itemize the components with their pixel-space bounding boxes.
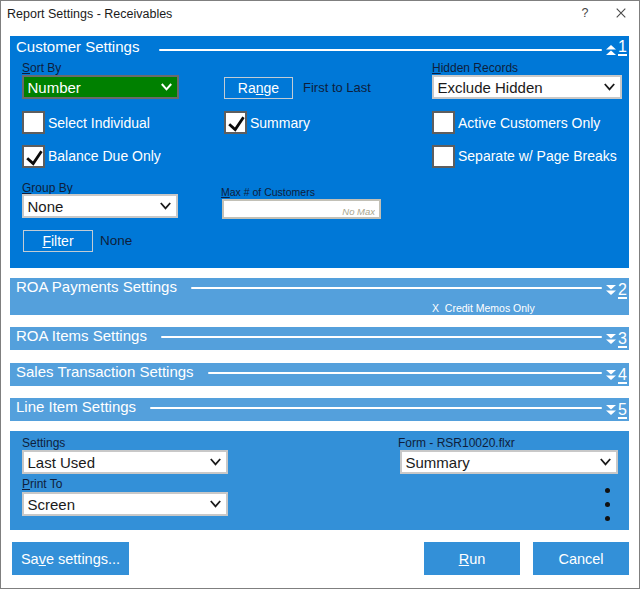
- hidden-records-value: Exclude Hidden: [434, 79, 604, 96]
- roa-payments-title: ROA Payments Settings: [16, 278, 177, 295]
- checkbox-box: [22, 111, 45, 134]
- roa-items-title: ROA Items Settings: [16, 327, 147, 344]
- window-title: Report Settings - Receivables: [7, 7, 172, 21]
- group-by-label: Group By: [22, 181, 73, 195]
- separate-page-breaks-checkbox[interactable]: Separate w/ Page Breaks: [432, 145, 617, 168]
- customer-settings-panel: Customer Settings 1 Sort By Number Range…: [10, 36, 629, 268]
- help-icon: ?: [582, 6, 589, 20]
- roa-items-section: ROA Items Settings 3: [10, 327, 629, 350]
- range-button[interactable]: Range: [224, 77, 293, 99]
- chevron-down-icon: [160, 202, 171, 210]
- customer-settings-header: Customer Settings 1: [10, 36, 629, 59]
- checkbox-label: Summary: [250, 115, 310, 131]
- settings-value: Last Used: [24, 454, 210, 471]
- section-number[interactable]: 1: [618, 40, 627, 56]
- check-icon: [224, 111, 247, 134]
- group-by-value: None: [24, 198, 160, 215]
- expand-icon[interactable]: [606, 334, 616, 344]
- cancel-label: Cancel: [558, 551, 603, 567]
- close-icon: [616, 8, 626, 18]
- form-value: Summary: [402, 454, 600, 471]
- filter-button[interactable]: Filter: [23, 230, 93, 252]
- line-item-title: Line Item Settings: [16, 398, 136, 415]
- title-bar: Report Settings - Receivables ?: [0, 0, 640, 32]
- checkbox-label: Balance Due Only: [48, 148, 161, 164]
- expand-icon[interactable]: [606, 285, 616, 295]
- save-settings-button[interactable]: Save settings...: [12, 542, 129, 575]
- help-button[interactable]: ?: [569, 0, 601, 26]
- filter-value: None: [100, 230, 132, 252]
- header-rule: [191, 287, 602, 289]
- line-item-section: Line Item Settings 5: [10, 398, 629, 421]
- select-individual-checkbox[interactable]: Select Individual: [22, 111, 150, 134]
- checkbox-box: [224, 111, 247, 134]
- print-to-label: Print To: [22, 477, 62, 491]
- max-customers-input[interactable]: [224, 204, 379, 220]
- line-item-header: Line Item Settings 5: [10, 398, 629, 421]
- run-button[interactable]: Run: [424, 542, 520, 575]
- ellipsis-dot: [605, 502, 610, 507]
- cancel-button[interactable]: Cancel: [533, 542, 629, 575]
- customer-settings-title: Customer Settings: [16, 38, 139, 55]
- summary-checkbox[interactable]: Summary: [224, 111, 310, 134]
- expand-icon[interactable]: [606, 370, 616, 380]
- header-rule: [161, 336, 602, 338]
- section-number[interactable]: 2: [618, 283, 627, 299]
- group-by-dropdown[interactable]: None: [22, 194, 178, 218]
- settings-dropdown[interactable]: Last Used: [22, 450, 228, 474]
- balance-due-only-checkbox[interactable]: Balance Due Only: [22, 145, 161, 168]
- checkbox-box: [432, 111, 455, 134]
- range-value: First to Last: [303, 77, 371, 99]
- max-customers-label: Max # of Customers: [221, 186, 315, 198]
- checkbox-label: Select Individual: [48, 115, 150, 131]
- chevron-down-icon: [161, 83, 172, 91]
- print-to-dropdown[interactable]: Screen: [22, 492, 228, 516]
- close-button[interactable]: [605, 0, 637, 26]
- section-number[interactable]: 4: [618, 368, 627, 384]
- run-label: Run: [459, 551, 486, 567]
- active-customers-only-checkbox[interactable]: Active Customers Only: [432, 111, 600, 134]
- checkbox-box: [432, 145, 455, 168]
- chevron-down-icon: [604, 83, 615, 91]
- form-label: Form - RSR10020.flxr: [398, 436, 515, 450]
- range-button-label: Range: [238, 80, 279, 96]
- report-settings-window: Report Settings - Receivables ? Customer…: [0, 0, 640, 589]
- expand-icon[interactable]: [606, 405, 616, 415]
- max-customers-field: [222, 199, 381, 219]
- roa-payments-note: X Credit Memos Only: [432, 302, 535, 314]
- ellipsis-dot: [605, 516, 610, 521]
- chevron-down-icon: [600, 458, 611, 466]
- chevron-down-icon: [210, 500, 221, 508]
- roa-payments-section: ROA Payments Settings 2 X Credit Memos O…: [10, 278, 629, 315]
- form-dropdown[interactable]: Summary: [400, 450, 618, 474]
- more-options-button[interactable]: [605, 488, 610, 530]
- ellipsis-dot: [605, 488, 610, 493]
- checkbox-label: Separate w/ Page Breaks: [458, 148, 617, 164]
- roa-payments-header: ROA Payments Settings 2: [10, 278, 629, 301]
- collapse-icon[interactable]: [606, 45, 616, 55]
- checkbox-box: [22, 145, 45, 168]
- checkbox-label: Active Customers Only: [458, 115, 600, 131]
- hidden-records-dropdown[interactable]: Exclude Hidden: [432, 75, 622, 99]
- header-rule: [159, 49, 602, 51]
- print-to-value: Screen: [24, 496, 210, 513]
- sales-transaction-section: Sales Transaction Settings 4: [10, 363, 629, 386]
- output-panel: Settings Last Used Print To Screen Form …: [10, 431, 629, 530]
- sort-by-value: Number: [24, 79, 161, 96]
- settings-label: Settings: [22, 436, 65, 450]
- hidden-records-label: Hidden Records: [432, 61, 518, 75]
- sort-by-dropdown[interactable]: Number: [22, 75, 179, 99]
- sort-by-label: Sort By: [22, 61, 61, 75]
- header-rule: [208, 372, 602, 374]
- header-rule: [150, 407, 602, 409]
- sales-transaction-title: Sales Transaction Settings: [16, 363, 194, 380]
- section-number[interactable]: 5: [618, 403, 627, 419]
- save-settings-label: Save settings...: [21, 551, 120, 567]
- sales-transaction-header: Sales Transaction Settings 4: [10, 363, 629, 386]
- section-number[interactable]: 3: [618, 332, 627, 348]
- chevron-down-icon: [210, 458, 221, 466]
- check-icon: [22, 145, 45, 168]
- roa-items-header: ROA Items Settings 3: [10, 327, 629, 350]
- filter-button-label: Filter: [42, 233, 73, 249]
